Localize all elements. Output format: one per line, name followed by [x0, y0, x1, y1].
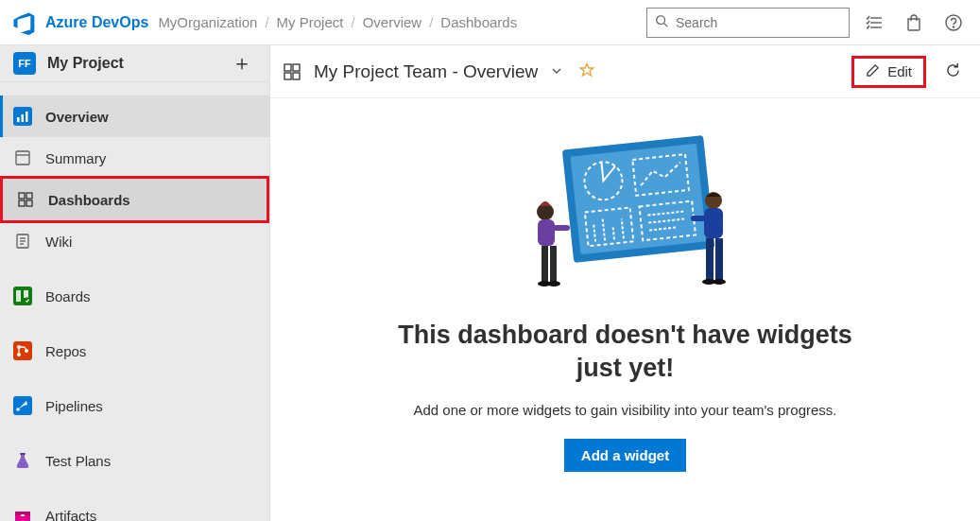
project-switcher[interactable]: FF My Project ＋ — [0, 45, 269, 82]
search-icon — [655, 14, 668, 30]
svg-point-27 — [17, 353, 21, 356]
svg-rect-8 — [17, 117, 20, 122]
summary-icon — [13, 148, 32, 167]
svg-rect-16 — [26, 200, 32, 206]
artifacts-icon — [13, 506, 32, 521]
overview-icon — [13, 107, 32, 126]
sidebar-item-summary[interactable]: Summary — [0, 137, 269, 179]
breadcrumb-overview[interactable]: Overview — [363, 14, 422, 30]
svg-rect-63 — [706, 238, 714, 280]
sidebar-item-label: Artifacts — [45, 508, 96, 522]
svg-rect-13 — [19, 193, 25, 199]
svg-marker-39 — [580, 64, 593, 77]
shopping-bag-icon[interactable] — [899, 8, 929, 38]
highlight-dashboards: Dashboards — [0, 176, 269, 223]
sidebar-item-pipelines[interactable]: Pipelines — [0, 385, 269, 426]
brand-name[interactable]: Azure DevOps — [45, 14, 148, 31]
sidebar-item-label: Repos — [45, 343, 86, 359]
breadcrumb-org[interactable]: MyOrganization — [158, 14, 257, 30]
pipelines-icon — [13, 396, 32, 415]
test-plans-icon — [13, 451, 32, 470]
svg-rect-31 — [20, 453, 26, 455]
help-icon[interactable] — [938, 8, 969, 38]
svg-point-59 — [547, 281, 560, 287]
pencil-icon — [866, 63, 880, 80]
svg-rect-37 — [284, 73, 291, 79]
refresh-icon[interactable] — [945, 62, 961, 81]
svg-rect-22 — [16, 290, 21, 302]
sidebar-item-label: Summary — [45, 150, 106, 166]
sidebar-item-label: Test Plans — [45, 453, 111, 469]
settings-list-icon[interactable] — [859, 8, 889, 38]
svg-rect-55 — [553, 225, 570, 231]
sidebar-item-testplans[interactable]: Test Plans — [0, 440, 269, 481]
search-box[interactable] — [646, 8, 850, 38]
sidebar: FF My Project ＋ Overview Summary — [0, 45, 270, 521]
svg-rect-14 — [26, 193, 32, 199]
svg-rect-61 — [704, 208, 723, 238]
sidebar-item-wiki[interactable]: Wiki — [0, 220, 269, 262]
svg-point-26 — [17, 345, 21, 349]
svg-rect-15 — [19, 200, 25, 206]
favorite-star-icon[interactable] — [576, 59, 598, 84]
add-icon[interactable]: ＋ — [228, 45, 256, 81]
sidebar-item-repos[interactable]: Repos — [0, 330, 269, 372]
svg-rect-11 — [16, 151, 29, 165]
sidebar-item-artifacts[interactable]: Artifacts — [0, 495, 269, 521]
sidebar-item-label: Overview — [45, 109, 109, 125]
svg-rect-54 — [538, 219, 555, 246]
svg-rect-57 — [550, 246, 557, 282]
svg-rect-36 — [293, 64, 300, 71]
boards-icon — [13, 287, 32, 305]
svg-point-0 — [657, 16, 665, 25]
svg-rect-38 — [293, 73, 300, 79]
azure-devops-logo[interactable] — [11, 10, 36, 35]
svg-line-1 — [664, 24, 668, 27]
project-badge: FF — [13, 52, 36, 75]
svg-rect-62 — [691, 216, 708, 221]
svg-rect-9 — [22, 114, 25, 122]
svg-rect-41 — [570, 144, 706, 254]
global-header: Azure DevOps MyOrganization / My Project… — [0, 0, 980, 45]
repos-icon — [13, 341, 32, 360]
svg-rect-10 — [26, 112, 28, 122]
svg-point-6 — [953, 26, 954, 26]
dashboards-icon — [16, 190, 35, 209]
empty-illustration — [517, 127, 734, 300]
svg-rect-25 — [13, 341, 32, 360]
dashboard-picker-chevron-icon[interactable] — [547, 61, 566, 83]
breadcrumb: MyOrganization / My Project / Overview /… — [158, 14, 517, 30]
sidebar-item-label: Pipelines — [45, 398, 103, 414]
breadcrumb-sep: / — [429, 14, 433, 30]
dashboard-grid-icon — [280, 62, 304, 81]
dashboard-header: My Project Team - Overview Edit — [270, 45, 980, 98]
main-panel: My Project Team - Overview Edit — [270, 45, 980, 521]
edit-label: Edit — [887, 63, 912, 79]
sidebar-item-boards[interactable]: Boards — [0, 275, 269, 317]
breadcrumb-sep: / — [265, 14, 268, 30]
wiki-icon — [13, 232, 32, 251]
breadcrumb-sep: / — [351, 14, 354, 30]
sidebar-item-label: Wiki — [45, 234, 72, 250]
svg-point-66 — [713, 279, 726, 285]
sidebar-item-label: Boards — [45, 288, 91, 304]
svg-rect-34 — [21, 514, 25, 516]
empty-subtext: Add one or more widgets to gain visibili… — [413, 402, 836, 418]
sidebar-item-dashboards[interactable]: Dashboards — [3, 179, 266, 220]
svg-rect-64 — [715, 238, 723, 280]
svg-rect-56 — [542, 246, 548, 282]
edit-button[interactable]: Edit — [851, 56, 926, 88]
add-widget-button[interactable]: Add a widget — [564, 439, 686, 472]
breadcrumb-project[interactable]: My Project — [277, 14, 344, 30]
breadcrumb-dashboards[interactable]: Dashboards — [440, 14, 517, 30]
empty-state: This dashboard doesn't have widgets just… — [270, 98, 980, 521]
project-title: My Project — [47, 55, 216, 72]
dashboard-title: My Project Team - Overview — [314, 61, 538, 82]
svg-rect-35 — [284, 64, 291, 71]
svg-point-30 — [16, 408, 20, 411]
svg-rect-23 — [24, 290, 28, 298]
sidebar-item-label: Dashboards — [48, 192, 130, 208]
sidebar-item-overview[interactable]: Overview — [0, 96, 269, 137]
empty-heading: This dashboard doesn't have widgets just… — [380, 319, 871, 385]
search-input[interactable] — [676, 15, 841, 30]
